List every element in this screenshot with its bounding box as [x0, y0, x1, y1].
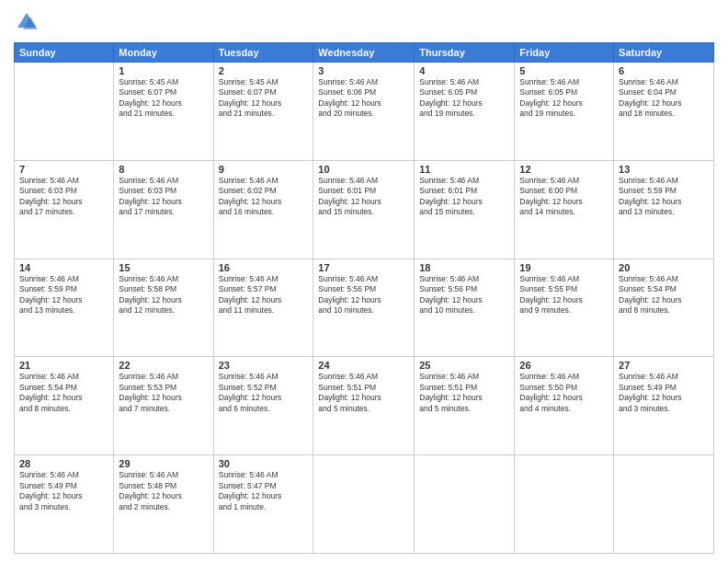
calendar-cell: 27Sunrise: 5:46 AM Sunset: 5:49 PM Dayli… — [614, 357, 714, 455]
calendar-col-header: Friday — [515, 43, 614, 63]
calendar-cell: 14Sunrise: 5:46 AM Sunset: 5:59 PM Dayli… — [15, 259, 114, 357]
page-header — [14, 9, 714, 35]
calendar-cell: 17Sunrise: 5:46 AM Sunset: 5:56 PM Dayli… — [313, 259, 415, 357]
calendar-col-header: Monday — [114, 43, 213, 63]
day-info: Sunrise: 5:46 AM Sunset: 6:01 PM Dayligh… — [419, 176, 509, 218]
calendar-week-row: 28Sunrise: 5:46 AM Sunset: 5:49 PM Dayli… — [15, 455, 714, 554]
calendar-cell: 8Sunrise: 5:46 AM Sunset: 6:03 PM Daylig… — [114, 160, 213, 259]
day-info: Sunrise: 5:46 AM Sunset: 6:04 PM Dayligh… — [619, 77, 709, 120]
calendar-week-row: 7Sunrise: 5:46 AM Sunset: 6:03 PM Daylig… — [15, 160, 714, 259]
calendar-header-row: SundayMondayTuesdayWednesdayThursdayFrid… — [15, 43, 714, 63]
day-info: Sunrise: 5:46 AM Sunset: 6:00 PM Dayligh… — [519, 176, 609, 218]
calendar-col-header: Sunday — [15, 43, 114, 63]
day-info: Sunrise: 5:46 AM Sunset: 5:50 PM Dayligh… — [519, 372, 609, 414]
day-number: 25 — [419, 360, 509, 371]
day-info: Sunrise: 5:46 AM Sunset: 6:03 PM Dayligh… — [19, 176, 108, 218]
day-number: 9 — [219, 164, 309, 175]
calendar-cell: 9Sunrise: 5:46 AM Sunset: 6:02 PM Daylig… — [213, 160, 313, 259]
day-number: 23 — [219, 360, 309, 371]
calendar-week-row: 14Sunrise: 5:46 AM Sunset: 5:59 PM Dayli… — [15, 259, 714, 357]
day-info: Sunrise: 5:46 AM Sunset: 5:49 PM Dayligh… — [19, 470, 108, 512]
day-info: Sunrise: 5:46 AM Sunset: 5:54 PM Dayligh… — [19, 372, 108, 414]
calendar-cell: 29Sunrise: 5:46 AM Sunset: 5:48 PM Dayli… — [114, 455, 213, 554]
calendar-cell: 3Sunrise: 5:46 AM Sunset: 6:06 PM Daylig… — [313, 63, 415, 161]
calendar-cell — [415, 455, 515, 554]
calendar-cell: 10Sunrise: 5:46 AM Sunset: 6:01 PM Dayli… — [313, 160, 415, 259]
day-number: 11 — [419, 164, 509, 175]
calendar-cell: 23Sunrise: 5:46 AM Sunset: 5:52 PM Dayli… — [213, 357, 313, 455]
day-number: 20 — [619, 262, 709, 273]
day-number: 28 — [19, 458, 108, 469]
day-info: Sunrise: 5:46 AM Sunset: 6:05 PM Dayligh… — [519, 77, 609, 120]
day-info: Sunrise: 5:46 AM Sunset: 5:58 PM Dayligh… — [119, 274, 208, 316]
calendar-cell: 7Sunrise: 5:46 AM Sunset: 6:03 PM Daylig… — [15, 160, 114, 259]
calendar-cell: 2Sunrise: 5:45 AM Sunset: 6:07 PM Daylig… — [213, 63, 313, 161]
calendar-col-header: Wednesday — [313, 43, 415, 63]
calendar-cell: 21Sunrise: 5:46 AM Sunset: 5:54 PM Dayli… — [15, 357, 114, 455]
calendar-cell: 24Sunrise: 5:46 AM Sunset: 5:51 PM Dayli… — [313, 357, 415, 455]
day-info: Sunrise: 5:46 AM Sunset: 5:51 PM Dayligh… — [419, 372, 509, 414]
calendar-cell: 1Sunrise: 5:45 AM Sunset: 6:07 PM Daylig… — [114, 63, 213, 161]
calendar-cell: 18Sunrise: 5:46 AM Sunset: 5:56 PM Dayli… — [415, 259, 515, 357]
day-number: 3 — [318, 65, 409, 76]
day-number: 7 — [19, 164, 108, 175]
day-info: Sunrise: 5:46 AM Sunset: 6:06 PM Dayligh… — [318, 77, 409, 120]
calendar-cell — [15, 63, 114, 161]
day-info: Sunrise: 5:46 AM Sunset: 5:59 PM Dayligh… — [19, 274, 108, 316]
day-number: 8 — [119, 164, 208, 175]
day-info: Sunrise: 5:46 AM Sunset: 5:47 PM Dayligh… — [219, 470, 309, 512]
calendar-cell — [515, 455, 614, 554]
day-info: Sunrise: 5:46 AM Sunset: 6:01 PM Dayligh… — [318, 176, 409, 218]
day-info: Sunrise: 5:46 AM Sunset: 5:48 PM Dayligh… — [119, 470, 208, 512]
calendar-cell — [313, 455, 415, 554]
day-info: Sunrise: 5:45 AM Sunset: 6:07 PM Dayligh… — [119, 77, 208, 120]
day-number: 6 — [619, 65, 709, 76]
day-info: Sunrise: 5:46 AM Sunset: 5:56 PM Dayligh… — [318, 274, 409, 316]
calendar-cell: 20Sunrise: 5:46 AM Sunset: 5:54 PM Dayli… — [614, 259, 714, 357]
day-number: 22 — [119, 360, 208, 371]
day-number: 26 — [519, 360, 609, 371]
day-number: 10 — [318, 164, 409, 175]
day-number: 16 — [219, 262, 309, 273]
calendar-cell: 26Sunrise: 5:46 AM Sunset: 5:50 PM Dayli… — [515, 357, 614, 455]
day-info: Sunrise: 5:46 AM Sunset: 5:57 PM Dayligh… — [219, 274, 309, 316]
day-number: 1 — [119, 65, 208, 76]
calendar-cell: 5Sunrise: 5:46 AM Sunset: 6:05 PM Daylig… — [515, 63, 614, 161]
day-number: 29 — [119, 458, 208, 469]
calendar-week-row: 21Sunrise: 5:46 AM Sunset: 5:54 PM Dayli… — [15, 357, 714, 455]
calendar-cell: 22Sunrise: 5:46 AM Sunset: 5:53 PM Dayli… — [114, 357, 213, 455]
day-info: Sunrise: 5:46 AM Sunset: 5:56 PM Dayligh… — [419, 274, 509, 316]
day-info: Sunrise: 5:46 AM Sunset: 5:49 PM Dayligh… — [619, 372, 709, 414]
day-info: Sunrise: 5:46 AM Sunset: 5:53 PM Dayligh… — [119, 372, 208, 414]
calendar-cell: 4Sunrise: 5:46 AM Sunset: 6:05 PM Daylig… — [415, 63, 515, 161]
calendar-cell — [614, 455, 714, 554]
day-number: 18 — [419, 262, 509, 273]
day-number: 30 — [219, 458, 309, 469]
day-info: Sunrise: 5:46 AM Sunset: 6:02 PM Dayligh… — [219, 176, 309, 218]
day-number: 4 — [419, 65, 509, 76]
calendar-week-row: 1Sunrise: 5:45 AM Sunset: 6:07 PM Daylig… — [15, 63, 714, 161]
calendar-col-header: Tuesday — [213, 43, 313, 63]
calendar-cell: 16Sunrise: 5:46 AM Sunset: 5:57 PM Dayli… — [213, 259, 313, 357]
day-info: Sunrise: 5:46 AM Sunset: 5:55 PM Dayligh… — [519, 274, 609, 316]
logo — [14, 9, 43, 35]
day-number: 19 — [519, 262, 609, 273]
calendar-cell: 25Sunrise: 5:46 AM Sunset: 5:51 PM Dayli… — [415, 357, 515, 455]
day-number: 17 — [318, 262, 409, 273]
calendar-cell: 15Sunrise: 5:46 AM Sunset: 5:58 PM Dayli… — [114, 259, 213, 357]
day-info: Sunrise: 5:46 AM Sunset: 5:52 PM Dayligh… — [219, 372, 309, 414]
calendar-cell: 11Sunrise: 5:46 AM Sunset: 6:01 PM Dayli… — [415, 160, 515, 259]
logo-icon — [14, 9, 40, 35]
day-number: 12 — [519, 164, 609, 175]
day-number: 13 — [619, 164, 709, 175]
calendar-col-header: Thursday — [415, 43, 515, 63]
calendar-col-header: Saturday — [614, 43, 714, 63]
calendar-cell: 30Sunrise: 5:46 AM Sunset: 5:47 PM Dayli… — [213, 455, 313, 554]
day-info: Sunrise: 5:46 AM Sunset: 6:03 PM Dayligh… — [119, 176, 208, 218]
calendar-cell: 13Sunrise: 5:46 AM Sunset: 5:59 PM Dayli… — [614, 160, 714, 259]
day-number: 5 — [519, 65, 609, 76]
calendar-cell: 28Sunrise: 5:46 AM Sunset: 5:49 PM Dayli… — [15, 455, 114, 554]
day-number: 27 — [619, 360, 709, 371]
day-number: 15 — [119, 262, 208, 273]
day-info: Sunrise: 5:46 AM Sunset: 5:54 PM Dayligh… — [619, 274, 709, 316]
